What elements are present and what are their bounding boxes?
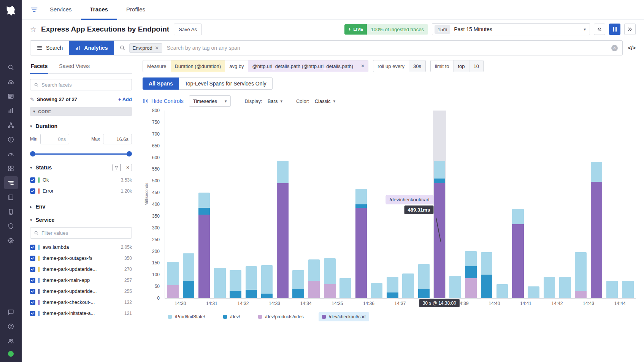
bar-segment[interactable]	[167, 285, 179, 298]
stacked-bar[interactable]	[214, 268, 226, 298]
stacked-bar[interactable]	[544, 277, 555, 298]
slider-handle-min[interactable]	[30, 151, 35, 156]
service-row[interactable]: theme-park-updateride...270	[30, 264, 132, 275]
stacked-bar[interactable]	[575, 252, 587, 298]
stacked-bar[interactable]	[512, 209, 524, 298]
bar-segment[interactable]	[418, 289, 430, 298]
checkbox[interactable]	[30, 289, 35, 294]
checkbox[interactable]	[30, 188, 35, 194]
bar-segment[interactable]	[198, 215, 210, 298]
status-filter-button[interactable]	[113, 164, 121, 171]
status-header[interactable]: ▾ Status ✕	[30, 164, 132, 171]
bar-segment[interactable]	[339, 278, 351, 298]
metrics-icon[interactable]	[4, 104, 18, 117]
clear-search-icon[interactable]: ✕	[611, 45, 618, 51]
rollup-value[interactable]: 30s	[409, 60, 425, 72]
bar-segment[interactable]	[261, 265, 273, 293]
bar-segment[interactable]	[606, 281, 618, 298]
edit-facets-icon[interactable]: ✎	[30, 96, 34, 102]
core-group-header[interactable]: ▾ CORE	[30, 107, 132, 116]
bar-segment[interactable]	[308, 259, 320, 281]
service-header[interactable]: ▾ Service	[30, 217, 132, 223]
tab-profiles[interactable]: Profiles	[117, 0, 154, 20]
stacked-bar[interactable]	[198, 193, 210, 298]
legend-item[interactable]: /Prod/InitState/	[165, 312, 208, 321]
bar-segment[interactable]	[544, 277, 555, 298]
datadog-logo-icon[interactable]	[3, 2, 19, 19]
stacked-bar[interactable]	[308, 259, 320, 298]
checkbox[interactable]	[30, 256, 35, 261]
slider-handle-max[interactable]	[127, 151, 132, 156]
analytics-mode-button[interactable]: Analytics	[69, 41, 114, 55]
duration-max-input[interactable]: 16.6s	[103, 134, 132, 144]
legend-item[interactable]: /dev/	[220, 312, 243, 321]
tab-traces[interactable]: Traces	[81, 0, 117, 20]
bar-segment[interactable]	[214, 268, 226, 298]
bar-segment[interactable]	[465, 278, 477, 298]
stacked-bar[interactable]	[230, 270, 241, 298]
stacked-bar[interactable]	[355, 189, 367, 298]
apm-traces-icon[interactable]	[4, 176, 18, 189]
stacked-bar[interactable]	[606, 281, 618, 298]
network-icon[interactable]	[4, 119, 18, 131]
service-row[interactable]: theme-park-main-app257	[30, 275, 132, 286]
bar-segment[interactable]	[387, 277, 398, 292]
checkbox[interactable]	[30, 177, 35, 183]
checkbox[interactable]	[30, 245, 35, 250]
save-as-button[interactable]: Save As	[174, 24, 202, 35]
live-indicator[interactable]: LIVE 100% of ingested traces	[344, 24, 428, 35]
bar-segment[interactable]	[512, 209, 524, 224]
status-row[interactable]: Error1.20k	[30, 185, 132, 196]
duration-slider[interactable]	[30, 151, 132, 156]
limit-sort[interactable]: top	[453, 60, 469, 72]
stacked-bar[interactable]	[481, 252, 493, 298]
bar-segment[interactable]	[496, 284, 508, 298]
stacked-bar[interactable]	[559, 277, 571, 298]
service-row[interactable]: theme-park-outages-fs350	[30, 253, 132, 264]
bar-segment[interactable]	[261, 294, 273, 298]
limit-value[interactable]: 10	[469, 60, 483, 72]
stacked-bar[interactable]	[339, 278, 351, 298]
bar-segment[interactable]	[512, 224, 524, 298]
stacked-bar[interactable]	[292, 270, 304, 298]
bar-segment[interactable]	[434, 183, 446, 298]
env-prod-tag[interactable]: Env:prod ✕	[129, 43, 162, 53]
hide-controls-button[interactable]: Hide Controls	[143, 98, 184, 104]
bar-segment[interactable]	[371, 283, 383, 298]
bar-segment[interactable]	[434, 161, 446, 178]
stacked-bar[interactable]	[591, 162, 603, 298]
infrastructure-icon[interactable]	[4, 75, 18, 88]
duration-header[interactable]: ▾ Duration	[30, 123, 132, 129]
duration-min-input[interactable]: 0ns	[40, 134, 69, 144]
stacked-bar[interactable]	[261, 265, 273, 298]
bar-segment[interactable]	[481, 252, 493, 275]
status-row[interactable]: Ok3.53k	[30, 174, 132, 185]
rum-icon[interactable]	[4, 205, 18, 218]
legend-item[interactable]: /dev/checkout/cart	[319, 312, 369, 321]
remove-groupby-icon[interactable]: ✕	[357, 60, 368, 72]
bar-segment[interactable]	[183, 253, 195, 280]
checkbox[interactable]	[30, 311, 35, 316]
nav-filter-icon[interactable]	[28, 6, 41, 14]
stacked-bar[interactable]	[402, 273, 414, 298]
bar-segment[interactable]	[591, 162, 603, 182]
bar-segment[interactable]	[308, 281, 320, 298]
bar-segment[interactable]	[387, 292, 398, 298]
tab-saved-views[interactable]: Saved Views	[58, 60, 90, 74]
all-spans-tab[interactable]: All Spans	[143, 77, 179, 90]
bar-segment[interactable]	[355, 208, 367, 298]
bar-segment[interactable]	[559, 277, 571, 298]
service-row[interactable]: theme-park-updateride...255	[30, 286, 132, 297]
stacked-bar[interactable]	[246, 266, 257, 298]
color-select[interactable]: Classic ▾	[315, 98, 335, 104]
checkbox[interactable]	[30, 300, 35, 305]
chat-icon[interactable]	[4, 305, 18, 318]
time-range-picker[interactable]: 15m Past 15 Minutes ▾	[432, 23, 590, 35]
view-type-select[interactable]: Timeseries ▾	[189, 95, 231, 107]
bar-segment[interactable]	[481, 275, 493, 298]
bar-segment[interactable]	[167, 262, 179, 285]
bar-segment[interactable]	[277, 183, 289, 298]
search-facets-input[interactable]: Search facets	[30, 79, 132, 90]
stacked-bar[interactable]	[465, 251, 477, 298]
legend-item[interactable]: /dev/products/rides	[255, 312, 307, 321]
